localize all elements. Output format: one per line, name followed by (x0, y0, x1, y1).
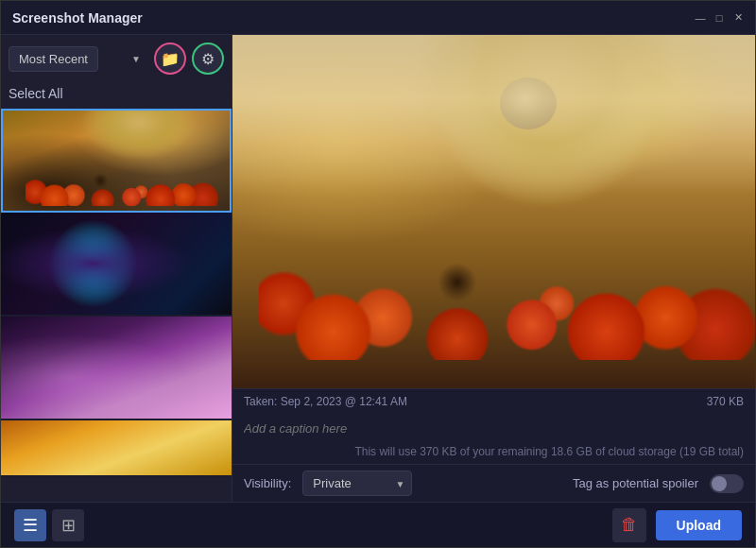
view-buttons: ☰ ⊞ (14, 509, 84, 541)
thumbnails-list (1, 109, 232, 502)
grid-view-button[interactable]: ⊞ (52, 509, 84, 541)
gear-icon: ⚙ (201, 50, 215, 68)
visibility-dropdown[interactable]: Public Friends Only Private (302, 471, 412, 496)
visibility-label: Visibility: (244, 476, 291, 490)
maximize-button[interactable]: □ (713, 12, 725, 24)
close-button[interactable]: ✕ (732, 12, 744, 24)
upload-button[interactable]: Upload (656, 510, 742, 540)
settings-button[interactable]: ⚙ (192, 43, 224, 75)
left-panel: Most Recent Oldest First Name A-Z 📁 ⚙ Se… (1, 35, 232, 502)
trash-icon: 🗑 (621, 515, 638, 535)
spoiler-label: Tag as potential spoiler (573, 476, 698, 490)
titlebar: Screenshot Manager — □ ✕ (1, 1, 755, 35)
info-bar: Taken: Sep 2, 2023 @ 12:41 AM 370 KB (232, 388, 755, 414)
minimize-button[interactable]: — (695, 12, 706, 24)
delete-button[interactable]: 🗑 (612, 508, 646, 542)
screenshot-manager-window: Screenshot Manager — □ ✕ Most Recent Old… (0, 0, 756, 548)
spoiler-toggle[interactable] (710, 474, 744, 493)
options-bar: Visibility: Public Friends Only Private … (232, 464, 755, 502)
thumbnail-item[interactable] (1, 109, 232, 213)
thumbnail-item[interactable] (1, 317, 232, 420)
window-controls: — □ ✕ (695, 12, 744, 24)
sort-dropdown[interactable]: Most Recent Oldest First Name A-Z (9, 46, 98, 72)
folder-icon: 📁 (161, 50, 180, 68)
select-all-row: Select All (1, 82, 232, 109)
folder-button[interactable]: 📁 (154, 43, 186, 75)
thumbnail-item[interactable] (1, 213, 232, 317)
caption-area (232, 414, 755, 443)
list-view-button[interactable]: ☰ (14, 509, 46, 541)
taken-date: Taken: Sep 2, 2023 @ 12:41 AM (244, 395, 407, 408)
pumpkins-overlay (259, 219, 755, 361)
select-all-label: Select All (9, 86, 63, 101)
thumbnail-item[interactable] (1, 420, 232, 477)
main-content: Most Recent Oldest First Name A-Z 📁 ⚙ Se… (1, 35, 755, 502)
storage-text: This will use 370 KB of your remaining 1… (244, 445, 744, 458)
main-image-area (232, 35, 755, 388)
sort-dropdown-wrapper: Most Recent Oldest First Name A-Z (9, 46, 148, 72)
bottom-right-controls: 🗑 Upload (612, 508, 742, 542)
planet-sphere (500, 77, 557, 129)
main-screenshot-image (232, 35, 755, 388)
left-top-controls: Most Recent Oldest First Name A-Z 📁 ⚙ (1, 35, 232, 82)
caption-input[interactable] (244, 418, 744, 439)
file-size: 370 KB (707, 395, 744, 408)
grid-view-icon: ⊞ (61, 515, 76, 536)
visibility-dropdown-wrapper: Public Friends Only Private (302, 471, 412, 496)
list-view-icon: ☰ (23, 515, 38, 536)
bottom-bar: ☰ ⊞ 🗑 Upload (1, 502, 755, 547)
storage-info: This will use 370 KB of your remaining 1… (232, 443, 755, 464)
window-title: Screenshot Manager (12, 10, 143, 26)
right-panel: Taken: Sep 2, 2023 @ 12:41 AM 370 KB Thi… (232, 35, 755, 502)
